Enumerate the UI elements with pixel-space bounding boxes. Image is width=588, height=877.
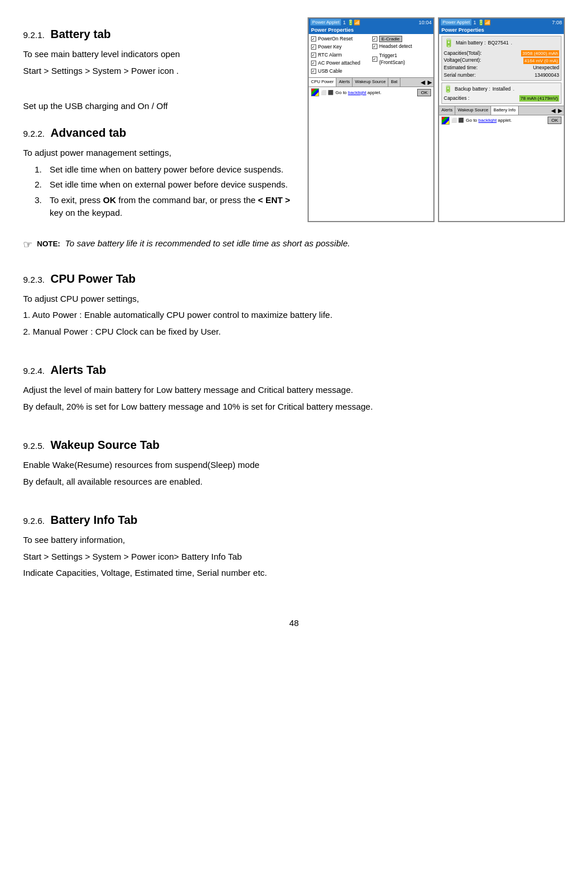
ds-right-backup-label: Backup battery :	[455, 86, 490, 93]
s921-para3	[23, 81, 290, 94]
ds-left-lbl-rtc: RTC Alarm	[318, 52, 342, 59]
ds-left-footer: ⬜ ⬛ Go to backlight applet. OK	[309, 87, 433, 98]
ds-right-cap-total-value: 3958 (4000) mAh	[521, 50, 559, 57]
ds-right-backup-icon: 🔋	[444, 84, 452, 94]
section-924-heading: 9.2.4. Alerts Tab	[23, 363, 565, 377]
ds-right-battery-icon: 🔋	[444, 38, 454, 49]
s926-para1: To see battery information,	[23, 534, 565, 547]
ds-left-lbl-trigger: Trigger1(FrontScan)	[379, 53, 405, 66]
ds-right-footer-text: Go to backlight applet.	[466, 118, 512, 123]
ds-left-win-icon[interactable]	[311, 88, 319, 96]
s923-item2: 2. Manual Power : CPU Clock can be fixed…	[23, 325, 565, 339]
ds-left-row-powerkey: Power Key	[311, 44, 370, 51]
ds-right-titlebar: Power Applet 1 🔋📶 7:08	[439, 18, 564, 26]
screenshots-container: Power Applet 1 🔋📶 10:04 Power Properties	[308, 17, 565, 222]
ds-left-cb-trigger[interactable]	[372, 57, 377, 62]
ds-left-titlebar: Power Applet 1 🔋📶 10:04	[309, 18, 433, 26]
s922-item2: 2. Set idle time when on external power …	[23, 178, 290, 192]
ds-left-tab-wakeup[interactable]: Wakeup Source	[353, 78, 388, 87]
ds-right-cap-label: Capacities :	[444, 95, 469, 102]
page-content: 9.2.1. Battery tab To see main battery l…	[23, 17, 565, 595]
section-926-heading: 9.2.6. Battery Info Tab	[23, 514, 565, 527]
ds-left-cb-rtc[interactable]	[311, 53, 316, 58]
section-923-heading: 9.2.3. CPU Power Tab	[23, 272, 565, 286]
s922-item1: 1. Set idle time when on battery power b…	[23, 163, 290, 177]
note-label: NOTE:	[37, 239, 60, 248]
ds-right-main-battery: 🔋 Main battery : BQ27541 . Capacities(To…	[441, 36, 561, 81]
ds-left-lbl-usb: USB Cable	[318, 68, 342, 75]
s921-para2: Start > Settings > System > Power icon .	[23, 65, 290, 78]
ds-left-ok-btn[interactable]: OK	[417, 89, 431, 96]
ds-left-tab-bat[interactable]: Bat	[388, 78, 400, 87]
top-section: 9.2.1. Battery tab To see main battery l…	[23, 17, 565, 222]
section-925-number: 9.2.5.	[23, 441, 45, 451]
note-pencil-icon: ☞	[23, 237, 32, 253]
ds-right-cap-total-label: Capacities(Total):	[444, 50, 482, 57]
ds-left-icon-num: 1	[343, 20, 346, 25]
ds-left-lbl-poweron: PowerOn Reset	[318, 36, 353, 43]
ds-right-main-battery-model: BQ27541	[488, 40, 509, 47]
s921-para1: To see main battery level indicators ope…	[23, 48, 290, 61]
ds-left-cb-headset[interactable]	[372, 44, 377, 49]
ds-right-voltage-label: Voltage(Current):	[444, 57, 481, 64]
ds-right-heading: Power Properties	[439, 26, 564, 34]
ds-left-lbl-headset: Headset detect	[379, 43, 412, 50]
section-926-title: Battery Info Tab	[51, 514, 138, 527]
ds-left-lbl-ac: AC Power attached	[318, 60, 360, 67]
ds-left-cb-powerkey[interactable]	[311, 44, 316, 50]
ds-left-row-rtc: RTC Alarm	[311, 52, 370, 59]
s922-intro: To adjust power management settings,	[23, 147, 290, 160]
ds-right-tab-alerts[interactable]: Alerts	[439, 106, 455, 115]
ds-right-nav-prev[interactable]: ◀	[550, 106, 557, 115]
s924-para1: Adjust the level of main battery for Low…	[23, 384, 565, 397]
s926-para3: Indicate Capacities, Voltage, Estimated …	[23, 567, 565, 580]
ds-left-cb-ecradle[interactable]	[372, 36, 377, 42]
ds-right-body: 🔋 Main battery : BQ27541 . Capacities(To…	[439, 34, 564, 106]
ds-left-nav-next[interactable]: ▶	[426, 78, 433, 87]
section-922-heading: 9.2.2. Advanced tab	[23, 126, 290, 140]
s925-para2: By default, all available resources are …	[23, 475, 565, 489]
ds-left-row-poweron: PowerOn Reset	[311, 36, 370, 43]
ds-right-applet-label: Power Applet	[441, 19, 471, 25]
ds-right-ok-btn[interactable]: OK	[548, 117, 561, 124]
ds-right-est-label: Estimated time:	[444, 65, 478, 72]
ds-right-backup-battery: 🔋 Backup battery : Installed . Capacitie…	[441, 83, 561, 104]
note-text: To save battery life it is recommended t…	[65, 238, 350, 248]
ds-left-nav-prev[interactable]: ◀	[420, 78, 426, 87]
ds-right-main-battery-label: Main battery :	[456, 40, 486, 47]
section-925: 9.2.5. Wakeup Source Tab Enable Wake(Res…	[23, 428, 565, 492]
top-left-text: 9.2.1. Battery tab To see main battery l…	[23, 17, 296, 222]
ds-left-footer-text: Go to backlight applet.	[335, 90, 381, 95]
ds-right-nav-next[interactable]: ▶	[557, 106, 564, 115]
s924-para2: By default, 20% is set for Low battery m…	[23, 400, 565, 414]
section-924: 9.2.4. Alerts Tab Adjust the level of ma…	[23, 353, 565, 417]
device-screen-right: Power Applet 1 🔋📶 7:08 Power Properties …	[438, 17, 565, 222]
ds-left-row-ac: AC Power attached	[311, 60, 370, 67]
ds-right-tab-batteryinfo[interactable]: Battery Info	[491, 106, 518, 115]
section-925-title: Wakeup Source Tab	[51, 438, 160, 452]
ds-right-win-icon[interactable]	[441, 117, 450, 125]
ds-right-tab-wakeup[interactable]: Wakeup Source	[455, 106, 491, 115]
ds-left-cb-usb[interactable]	[311, 69, 316, 74]
section-923: 9.2.3. CPU Power Tab To adjust CPU power…	[23, 262, 565, 342]
ds-left-heading: Power Properties	[309, 26, 433, 34]
ds-left-time: 10:04	[418, 20, 432, 25]
section-924-number: 9.2.4.	[23, 366, 45, 376]
note-box: ☞ NOTE: To save battery life it is recom…	[23, 237, 565, 253]
ds-right-footer: ⬜ ⬛ Go to backlight applet. OK	[439, 115, 564, 126]
section-921-number: 9.2.1.	[23, 30, 45, 40]
section-921-heading: 9.2.1. Battery tab	[23, 28, 290, 41]
ds-left-btn-ecradle[interactable]: E-Cradle	[379, 36, 402, 42]
s925-para1: Enable Wake(Resume) resources from suspe…	[23, 459, 565, 472]
ds-left-cb-ac[interactable]	[311, 61, 316, 66]
ds-left-trigger-row: Trigger1(FrontScan)	[372, 53, 431, 66]
ds-left-tab-alerts[interactable]: Alerts	[336, 78, 353, 87]
ds-left-cb-poweron[interactable]	[311, 36, 316, 42]
s923-item1: 1. Auto Power : Enable automatically CPU…	[23, 309, 565, 322]
ds-left-row-usb: USB Cable	[311, 68, 370, 75]
ds-left-tab-cpupower[interactable]: CPU Power	[309, 78, 336, 87]
ds-right-serial-label: Serial number:	[444, 72, 475, 79]
ds-left-ecradle-row: E-Cradle	[372, 36, 431, 42]
s921-para4: Set up the USB charging and On / Off	[23, 100, 290, 113]
ds-left-applet-label: Power Applet	[310, 19, 341, 25]
